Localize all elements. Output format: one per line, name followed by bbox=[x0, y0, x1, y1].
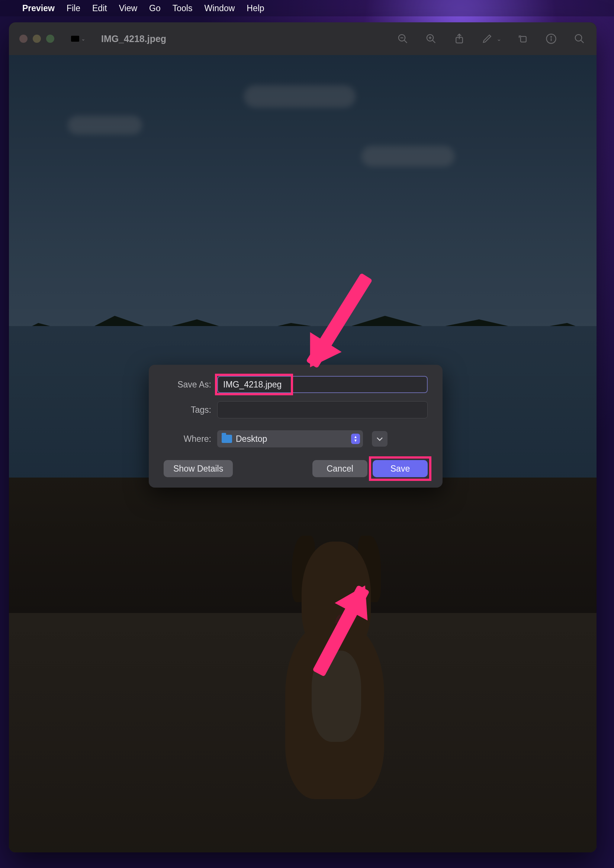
info-button[interactable] bbox=[544, 32, 558, 45]
cancel-button[interactable]: Cancel bbox=[312, 460, 367, 477]
markup-button[interactable] bbox=[481, 32, 494, 45]
where-location-select[interactable]: Desktop ▴▾ bbox=[217, 430, 363, 447]
folder-icon bbox=[222, 435, 232, 443]
svg-line-15 bbox=[581, 40, 584, 43]
view-menu[interactable]: View bbox=[119, 3, 137, 13]
window-menu[interactable]: Window bbox=[204, 3, 235, 13]
sidebar-toggle-button[interactable]: ⌄ bbox=[71, 34, 85, 44]
save-dialog: Save As: Tags: Where: Desktop ▴▾ Show De… bbox=[149, 365, 443, 488]
close-window-button[interactable] bbox=[19, 34, 28, 43]
show-details-button[interactable]: Show Details bbox=[164, 460, 233, 477]
save-button[interactable]: Save bbox=[373, 460, 428, 477]
go-menu[interactable]: Go bbox=[149, 3, 161, 13]
svg-line-3 bbox=[404, 40, 407, 43]
window-title: IMG_4218.jpeg bbox=[101, 34, 166, 44]
help-menu[interactable]: Help bbox=[247, 3, 264, 13]
tags-label: Tags: bbox=[164, 405, 211, 415]
tools-menu[interactable]: Tools bbox=[172, 3, 193, 13]
macos-menubar: Preview File Edit View Go Tools Window H… bbox=[0, 0, 614, 16]
select-arrows-icon: ▴▾ bbox=[351, 434, 360, 444]
svg-point-12 bbox=[551, 36, 552, 37]
edit-menu[interactable]: Edit bbox=[92, 3, 107, 13]
zoom-window-button[interactable] bbox=[46, 34, 54, 43]
share-button[interactable] bbox=[453, 32, 466, 45]
save-as-input[interactable] bbox=[217, 376, 428, 393]
traffic-lights bbox=[19, 34, 54, 43]
svg-line-6 bbox=[433, 40, 436, 43]
file-menu[interactable]: File bbox=[67, 3, 80, 13]
zoom-in-button[interactable] bbox=[424, 32, 438, 45]
where-value: Desktop bbox=[236, 434, 267, 444]
expand-dialog-button[interactable] bbox=[372, 431, 388, 446]
where-label: Where: bbox=[164, 434, 211, 444]
svg-point-14 bbox=[575, 34, 582, 41]
window-titlebar: ⌄ IMG_4218.jpeg ⌄ bbox=[9, 22, 597, 55]
save-as-label: Save As: bbox=[164, 380, 211, 390]
svg-rect-0 bbox=[71, 36, 79, 42]
save-button-label: Save bbox=[391, 464, 410, 474]
rotate-button[interactable] bbox=[516, 32, 530, 45]
tags-input[interactable] bbox=[217, 401, 428, 418]
svg-rect-10 bbox=[521, 36, 526, 42]
zoom-out-button[interactable] bbox=[396, 32, 409, 45]
search-button[interactable] bbox=[573, 32, 586, 45]
minimize-window-button[interactable] bbox=[33, 34, 41, 43]
app-name-menu[interactable]: Preview bbox=[22, 3, 55, 13]
markup-dropdown-icon[interactable]: ⌄ bbox=[496, 35, 501, 42]
